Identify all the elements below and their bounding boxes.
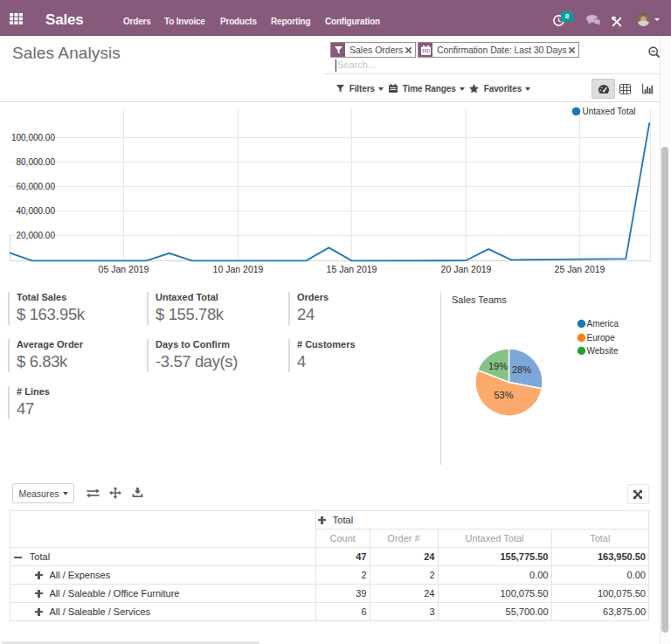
svg-text:15 Jan 2019: 15 Jan 2019 — [327, 264, 377, 274]
svg-text:10 Jan 2019: 10 Jan 2019 — [213, 264, 264, 274]
svg-text:19%: 19% — [488, 361, 508, 371]
svg-text:53%: 53% — [494, 390, 513, 400]
svg-text:America: America — [587, 319, 619, 329]
svg-text:100,000.00: 100,000.00 — [11, 133, 55, 142]
svg-text:60,000.00: 60,000.00 — [17, 182, 56, 191]
svg-text:05 Jan 2019: 05 Jan 2019 — [99, 264, 149, 274]
svg-text:Untaxed Total: Untaxed Total — [583, 107, 636, 116]
svg-text:80,000.00: 80,000.00 — [17, 157, 56, 167]
svg-text:Europe: Europe — [587, 333, 616, 343]
svg-text:20,000.00: 20,000.00 — [17, 231, 56, 240]
svg-text:Website: Website — [587, 346, 619, 356]
svg-text:20 Jan 2019: 20 Jan 2019 — [441, 264, 492, 274]
svg-text:40,000.00: 40,000.00 — [17, 206, 56, 216]
svg-text:28%: 28% — [512, 364, 531, 375]
svg-text:25 Jan 2019: 25 Jan 2019 — [555, 264, 605, 274]
